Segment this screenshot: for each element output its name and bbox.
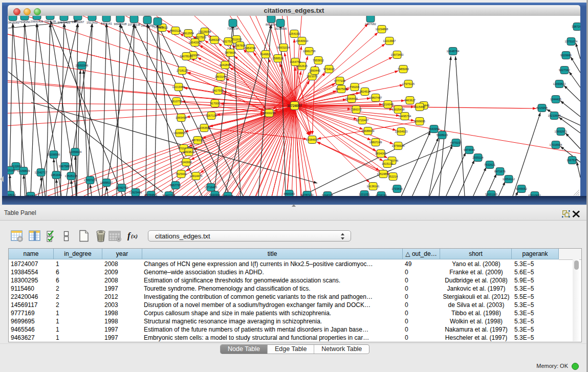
svg-text:1965498: 1965498 <box>176 116 187 119</box>
svg-text:13654923: 13654923 <box>395 130 408 133</box>
svg-text:2487682: 2487682 <box>365 23 376 26</box>
svg-text:3824514: 3824514 <box>359 90 371 93</box>
svg-text:14958107: 14958107 <box>100 181 113 184</box>
svg-text:1254193: 1254193 <box>289 32 300 35</box>
svg-text:17016504: 17016504 <box>550 143 562 146</box>
svg-text:12213967: 12213967 <box>383 39 396 42</box>
svg-text:10653267: 10653267 <box>72 20 84 24</box>
svg-text:7648350: 7648350 <box>19 20 30 24</box>
svg-text:12353594: 12353594 <box>198 126 211 129</box>
svg-text:37631165: 37631165 <box>485 193 497 196</box>
svg-text:53419283: 53419283 <box>8 21 19 24</box>
svg-text:1610755: 1610755 <box>171 100 182 103</box>
svg-text:15692971: 15692971 <box>555 130 568 133</box>
svg-text:69784801: 69784801 <box>145 193 158 196</box>
svg-text:1621072: 1621072 <box>307 75 318 78</box>
svg-text:16961758: 16961758 <box>303 50 316 53</box>
svg-text:67010651: 67010651 <box>529 194 541 196</box>
svg-text:9245652: 9245652 <box>516 187 527 190</box>
svg-text:7357234: 7357234 <box>227 27 238 30</box>
svg-text:6479197: 6479197 <box>450 141 462 144</box>
svg-text:1990443: 1990443 <box>309 69 320 72</box>
svg-text:25053346: 25053346 <box>76 64 89 67</box>
svg-text:14495794: 14495794 <box>399 115 411 118</box>
svg-text:7182278: 7182278 <box>222 194 233 196</box>
svg-text:1588520: 1588520 <box>272 57 284 60</box>
svg-text:16648784: 16648784 <box>447 50 460 53</box>
svg-text:10973493: 10973493 <box>391 53 404 56</box>
svg-text:9734023: 9734023 <box>323 68 335 71</box>
svg-text:16782759: 16782759 <box>116 186 128 189</box>
svg-text:16210643: 16210643 <box>548 114 561 117</box>
svg-text:1031051: 1031051 <box>359 193 370 196</box>
svg-text:(x): (x) <box>131 233 138 239</box>
svg-text:3875605: 3875605 <box>225 51 236 54</box>
svg-text:7485063: 7485063 <box>398 68 409 71</box>
svg-text:10654112: 10654112 <box>503 178 515 181</box>
svg-text:7632621: 7632621 <box>484 163 495 166</box>
svg-text:17957223: 17957223 <box>84 179 97 182</box>
svg-text:9146821: 9146821 <box>260 53 271 56</box>
svg-text:7515526: 7515526 <box>152 26 163 29</box>
svg-text:15751074: 15751074 <box>565 40 578 43</box>
svg-text:9427552: 9427552 <box>212 89 224 92</box>
svg-text:2367608: 2367608 <box>234 44 246 47</box>
svg-text:8471676: 8471676 <box>494 170 506 173</box>
svg-text:19384554: 19384554 <box>306 138 319 141</box>
svg-text:4896383: 4896383 <box>284 192 295 195</box>
svg-text:16543362: 16543362 <box>189 41 202 44</box>
svg-text:7625402: 7625402 <box>176 172 187 176</box>
svg-text:20364436: 20364436 <box>345 97 358 100</box>
svg-text:9474444: 9474444 <box>464 148 475 151</box>
svg-text:9777109: 9777109 <box>334 79 345 82</box>
svg-text:8186328: 8186328 <box>209 38 220 41</box>
svg-text:6497503: 6497503 <box>336 87 347 91</box>
svg-text:8148932: 8148932 <box>8 193 16 196</box>
svg-text:10025438: 10025438 <box>392 108 405 111</box>
svg-text:37672423: 37672423 <box>58 21 71 24</box>
svg-text:10807487: 10807487 <box>369 96 382 99</box>
svg-text:12156829: 12156829 <box>17 169 30 172</box>
svg-text:4738299: 4738299 <box>376 194 387 196</box>
svg-text:8215958: 8215958 <box>536 106 548 110</box>
svg-text:94078161: 94078161 <box>180 55 193 58</box>
svg-text:352214: 352214 <box>388 175 398 178</box>
svg-text:1493822: 1493822 <box>183 150 194 154</box>
svg-text:19218506: 19218506 <box>274 27 287 30</box>
svg-text:1240994: 1240994 <box>181 161 192 164</box>
svg-text:15716485: 15716485 <box>205 186 217 189</box>
svg-text:39975887: 39975887 <box>59 165 72 168</box>
svg-text:16154808: 16154808 <box>376 28 388 31</box>
svg-text:8454749: 8454749 <box>245 47 256 50</box>
svg-text:5098393: 5098393 <box>322 194 333 196</box>
svg-text:18724007: 18724007 <box>287 104 302 107</box>
svg-text:51462704: 51462704 <box>163 194 176 196</box>
svg-text:8466161: 8466161 <box>101 22 112 25</box>
svg-text:19166825: 19166825 <box>173 132 186 135</box>
svg-text:9227342: 9227342 <box>559 69 570 72</box>
svg-text:16914479: 16914479 <box>190 174 203 178</box>
svg-text:2803144: 2803144 <box>215 75 226 78</box>
svg-text:5430391: 5430391 <box>209 193 221 196</box>
svg-text:0564139: 0564139 <box>45 20 56 23</box>
svg-text:3164752: 3164752 <box>290 60 301 63</box>
svg-text:28809570: 28809570 <box>25 194 37 196</box>
svg-text:17975115: 17975115 <box>402 82 415 85</box>
svg-text:3915161: 3915161 <box>8 169 15 172</box>
svg-text:3511615: 3511615 <box>231 38 242 41</box>
svg-text:12923466: 12923466 <box>129 191 142 194</box>
svg-text:9463627: 9463627 <box>404 99 416 102</box>
svg-text:6216048: 6216048 <box>382 103 394 106</box>
svg-text:12359924: 12359924 <box>69 150 82 154</box>
svg-text:1640954: 1640954 <box>428 127 440 130</box>
svg-text:7955812: 7955812 <box>313 59 324 62</box>
svg-text:8813054: 8813054 <box>266 23 277 26</box>
svg-text:1527602: 1527602 <box>86 21 98 24</box>
svg-text:8912954: 8912954 <box>183 32 194 35</box>
svg-text:18300275: 18300275 <box>263 112 276 115</box>
svg-text:16640910: 16640910 <box>296 39 309 42</box>
svg-text:746206: 746206 <box>350 85 360 89</box>
svg-text:12342717: 12342717 <box>35 171 48 174</box>
svg-text:96965328: 96965328 <box>114 23 127 26</box>
svg-text:2718129: 2718129 <box>177 69 188 72</box>
